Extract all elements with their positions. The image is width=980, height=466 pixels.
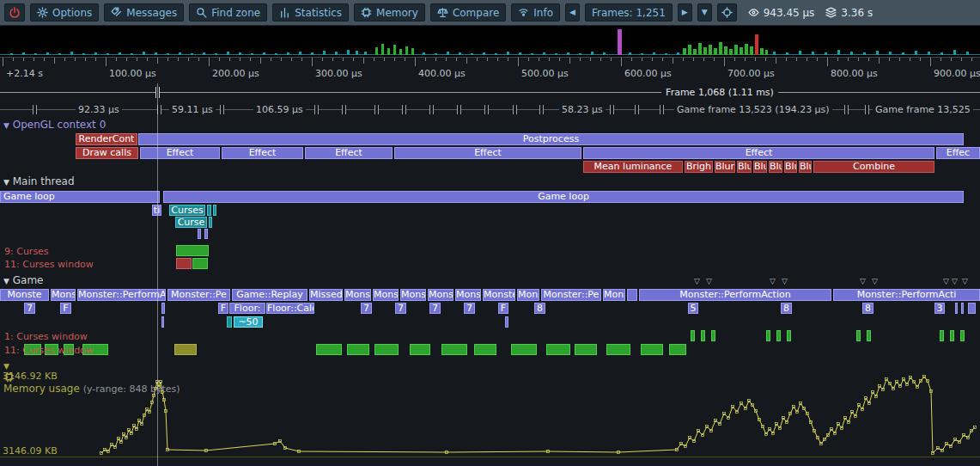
zone-bar[interactable]: Monst bbox=[455, 289, 481, 301]
zone-bar[interactable]: Monst bbox=[400, 289, 426, 301]
zone-bar[interactable]: F bbox=[218, 303, 228, 314]
zone-bar[interactable]: 8 bbox=[534, 303, 545, 314]
zone-bar[interactable] bbox=[856, 330, 861, 341]
zone-bar[interactable]: Mons bbox=[517, 289, 539, 301]
zone-bar[interactable]: 8 bbox=[862, 303, 873, 314]
zone-bar[interactable]: 7 bbox=[429, 303, 441, 314]
zone-bar[interactable] bbox=[950, 330, 954, 341]
zone-bar[interactable]: Monster::Pe bbox=[167, 289, 230, 301]
zone-bar[interactable]: Effect bbox=[394, 147, 581, 159]
zone-bar[interactable] bbox=[441, 344, 467, 355]
zone-bar[interactable]: Monster::PerformActi bbox=[833, 289, 980, 301]
zone-bar[interactable]: Monst bbox=[373, 289, 399, 301]
zone-bar[interactable]: Monste bbox=[51, 289, 76, 301]
message-marker-icon[interactable]: ▽ bbox=[872, 277, 878, 285]
zone-bar[interactable] bbox=[641, 344, 663, 355]
message-marker-icon[interactable]: ▽ bbox=[860, 277, 866, 285]
zone-bar[interactable]: Effec bbox=[936, 147, 980, 159]
zone-bar[interactable] bbox=[961, 303, 964, 314]
zone-bar[interactable] bbox=[174, 344, 197, 355]
zone-bar[interactable] bbox=[776, 330, 781, 341]
zone-bar[interactable]: Blur bbox=[784, 161, 797, 173]
section-header-main-thread[interactable]: ▼ Main thread bbox=[3, 175, 75, 187]
zone-bar[interactable]: 5 bbox=[688, 303, 698, 314]
zone-bar[interactable]: Curse bbox=[175, 217, 207, 228]
zone-bar[interactable]: Draw calls bbox=[76, 147, 138, 159]
zone-bar[interactable] bbox=[474, 344, 496, 355]
zone-bar[interactable]: Blur bbox=[769, 161, 782, 173]
zone-bar[interactable] bbox=[711, 330, 715, 341]
zone-bar[interactable]: Brigh bbox=[685, 161, 713, 173]
zone-bar[interactable] bbox=[575, 344, 597, 355]
zone-bar[interactable]: Mons bbox=[603, 289, 625, 301]
section-header-opengl[interactable]: ▼ OpenGL context 0 bbox=[3, 119, 106, 131]
zone-bar[interactable]: Game loop bbox=[163, 191, 964, 203]
message-marker-icon[interactable]: ▽ bbox=[782, 277, 788, 285]
zone-bar[interactable]: Floor: bbox=[229, 303, 265, 314]
zone-bar[interactable] bbox=[546, 344, 570, 355]
section-header-game[interactable]: ▼ Game bbox=[3, 274, 43, 286]
zone-bar[interactable] bbox=[669, 344, 686, 355]
zone-bar[interactable]: Blur bbox=[715, 161, 735, 173]
zone-bar[interactable] bbox=[511, 344, 537, 355]
zone-bar[interactable]: Monster::PerformAction bbox=[639, 289, 831, 301]
zone-bar[interactable]: Monster::Pe bbox=[541, 289, 601, 301]
zone-bar[interactable] bbox=[204, 229, 208, 239]
zone-bar[interactable]: ~50 bbox=[234, 316, 263, 328]
message-marker-icon[interactable]: ▽ bbox=[706, 277, 712, 285]
zone-bar[interactable]: Missed bbox=[309, 289, 343, 301]
zone-bar[interactable] bbox=[627, 289, 637, 301]
zone-bar[interactable] bbox=[374, 344, 399, 355]
zone-bar[interactable]: Monste bbox=[483, 289, 515, 301]
zone-bar[interactable] bbox=[960, 330, 965, 341]
zone-bar[interactable]: 3 bbox=[934, 303, 945, 314]
zone-bar[interactable] bbox=[316, 344, 342, 355]
section-header-memory[interactable]: ▼ Memory usage (y-range: 848 bytes) bbox=[3, 359, 180, 395]
zone-bar[interactable]: 8 bbox=[781, 303, 792, 314]
zone-bar[interactable] bbox=[161, 316, 164, 328]
lock-label[interactable]: 11: Curses window bbox=[4, 345, 94, 356]
zone-bar[interactable]: Blur bbox=[753, 161, 767, 173]
zone-bar[interactable] bbox=[161, 303, 165, 314]
zone-bar[interactable]: Effect bbox=[222, 147, 303, 159]
message-marker-icon[interactable]: ▽ bbox=[943, 277, 949, 285]
zone-bar[interactable]: Postprocess bbox=[138, 133, 964, 145]
zone-bar[interactable]: F bbox=[60, 303, 71, 314]
zone-bar[interactable] bbox=[410, 344, 430, 355]
zone-bar[interactable]: 7 bbox=[361, 303, 372, 314]
message-marker-icon[interactable]: ▽ bbox=[694, 277, 700, 285]
zone-bar[interactable]: 7 bbox=[395, 303, 406, 314]
zone-bar[interactable] bbox=[198, 229, 201, 239]
lock-label[interactable]: 1: Curses window bbox=[4, 331, 88, 342]
lock-label[interactable]: 11: Curses window bbox=[4, 259, 94, 270]
message-marker-icon[interactable]: ▽ bbox=[952, 277, 958, 285]
zone-bar[interactable] bbox=[787, 330, 791, 341]
zone-bar[interactable] bbox=[955, 303, 958, 314]
zone-bar[interactable] bbox=[940, 330, 944, 341]
zone-bar[interactable]: Monste bbox=[0, 289, 49, 301]
zone-bar[interactable] bbox=[209, 217, 212, 228]
zone-bar[interactable] bbox=[176, 245, 209, 256]
zone-bar[interactable]: Mean luminance bbox=[583, 161, 683, 173]
zone-bar[interactable]: Monst bbox=[428, 289, 453, 301]
zone-bar[interactable] bbox=[766, 330, 770, 341]
zone-bar[interactable] bbox=[213, 205, 216, 216]
zone-bar[interactable] bbox=[606, 344, 630, 355]
zone-bar[interactable] bbox=[176, 258, 192, 269]
zone-bar[interactable]: Blur bbox=[737, 161, 752, 173]
zone-bar[interactable]: Effect bbox=[583, 147, 934, 159]
zone-bar[interactable]: Game::Replay bbox=[232, 289, 307, 301]
zone-bar[interactable]: Game loop bbox=[0, 191, 160, 203]
zone-bar[interactable]: Monster::PerformA bbox=[77, 289, 166, 301]
zone-bar[interactable] bbox=[691, 330, 695, 341]
zone-bar[interactable]: 7 bbox=[464, 303, 475, 314]
zone-bar[interactable] bbox=[192, 258, 208, 269]
zone-bar[interactable]: Combine bbox=[813, 161, 934, 173]
lock-label[interactable]: 9: Curses bbox=[4, 246, 49, 257]
zone-bar[interactable] bbox=[227, 316, 232, 328]
zone-bar[interactable] bbox=[968, 303, 976, 314]
message-marker-icon[interactable]: ▽ bbox=[770, 277, 776, 285]
zone-bar[interactable]: F bbox=[498, 303, 508, 314]
zone-bar[interactable] bbox=[867, 330, 871, 341]
zone-bar[interactable] bbox=[207, 205, 211, 216]
